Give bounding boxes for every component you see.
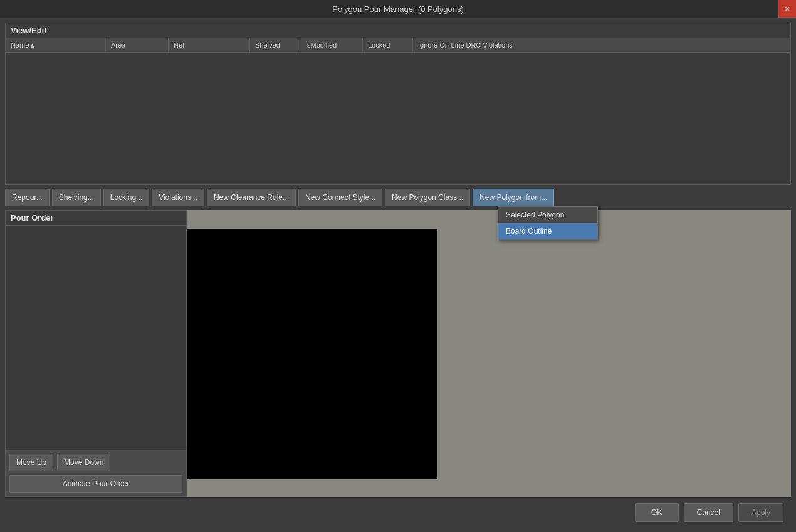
table-header: Name ▲ Area Net Shelved IsModified Locke…: [6, 38, 790, 53]
action-bar: OK Cancel Apply: [5, 497, 791, 527]
new-polygon-class-button[interactable]: New Polygon Class...: [385, 189, 470, 206]
canvas-view: [187, 229, 437, 479]
dropdown-menu: Selected Polygon Board Outline: [498, 206, 598, 240]
cancel-button[interactable]: Cancel: [684, 503, 733, 522]
new-clearance-rule-button[interactable]: New Clearance Rule...: [207, 189, 296, 206]
preview-area: [187, 210, 791, 497]
col-header-shelved[interactable]: Shelved: [250, 38, 300, 52]
col-header-name[interactable]: Name ▲: [6, 38, 106, 52]
ok-button[interactable]: OK: [635, 503, 679, 522]
view-edit-header: View/Edit: [6, 23, 790, 38]
dropdown-item-selected-polygon[interactable]: Selected Polygon: [498, 207, 597, 223]
violations-button[interactable]: Violations...: [152, 189, 204, 206]
col-header-ignore[interactable]: Ignore On-Line DRC Violations: [413, 38, 790, 52]
pour-order-buttons: Move Up Move Down: [6, 450, 186, 475]
col-header-net[interactable]: Net: [169, 38, 250, 52]
new-connect-style-button[interactable]: New Connect Style...: [298, 189, 382, 206]
title-bar: Polygon Pour Manager (0 Polygons) ×: [0, 0, 796, 18]
locking-button[interactable]: Locking...: [103, 189, 149, 206]
sort-asc-icon: ▲: [29, 41, 36, 49]
table-body: [6, 53, 790, 184]
col-header-area[interactable]: Area: [106, 38, 169, 52]
dropdown-item-board-outline[interactable]: Board Outline: [498, 223, 597, 239]
shelving-button[interactable]: Shelving...: [52, 189, 101, 206]
main-container: View/Edit Name ▲ Area Net Shelved IsModi…: [0, 18, 796, 532]
pour-order-list[interactable]: [6, 226, 186, 450]
col-header-ismodified[interactable]: IsModified: [300, 38, 363, 52]
apply-button[interactable]: Apply: [738, 503, 783, 522]
pour-order-panel: Pour Order Move Up Move Down Animate Pou…: [5, 210, 187, 497]
animate-pour-order-button[interactable]: Animate Pour Order: [9, 475, 182, 493]
toolbar: Repour... Shelving... Locking... Violati…: [5, 185, 791, 210]
pour-order-header: Pour Order: [6, 211, 186, 226]
close-icon: ×: [785, 4, 790, 14]
close-button[interactable]: ×: [778, 0, 796, 18]
repour-button[interactable]: Repour...: [5, 189, 50, 206]
view-edit-section: View/Edit Name ▲ Area Net Shelved IsModi…: [5, 23, 791, 185]
move-up-button[interactable]: Move Up: [9, 454, 53, 471]
new-polygon-from-button[interactable]: New Polygon from...: [473, 189, 554, 206]
col-header-locked[interactable]: Locked: [363, 38, 413, 52]
bottom-section: Pour Order Move Up Move Down Animate Pou…: [5, 210, 791, 497]
animate-btn-container: Animate Pour Order: [6, 475, 186, 496]
window-title: Polygon Pour Manager (0 Polygons): [332, 4, 464, 14]
move-down-button[interactable]: Move Down: [57, 454, 110, 471]
